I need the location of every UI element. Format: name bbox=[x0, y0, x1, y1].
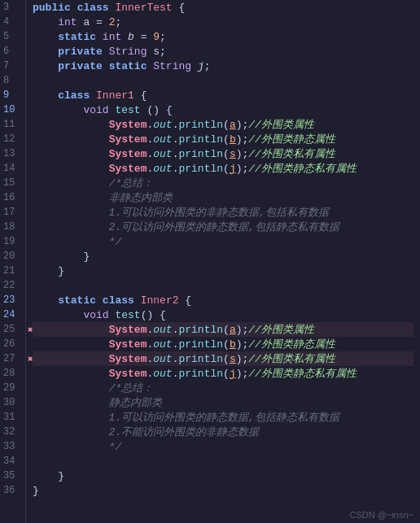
token-punct: { bbox=[178, 294, 191, 307]
code-line-7: private static String j; bbox=[33, 59, 413, 73]
token-punct bbox=[33, 119, 109, 131]
token-kw: public bbox=[33, 2, 71, 14]
token-paren-arg: j bbox=[230, 368, 236, 380]
code-editor: 345678⊖9⊖10111213141516171819202122⊖23⊖2… bbox=[0, 0, 420, 523]
token-punct bbox=[33, 177, 109, 190]
line-number-35: 35 bbox=[3, 469, 19, 483]
line-number-36: 36 bbox=[3, 483, 19, 498]
token-method: println bbox=[178, 133, 223, 146]
token-punct: ); bbox=[236, 324, 249, 336]
token-sys: System bbox=[109, 133, 147, 146]
code-line-10: void test () { bbox=[33, 102, 413, 117]
token-punct bbox=[103, 46, 109, 58]
line-number-25: 25 bbox=[3, 322, 19, 337]
token-method: println bbox=[178, 148, 223, 160]
token-comment-zh: //外围类私有属性 bbox=[248, 351, 335, 366]
token-comment-zh: //外围类静态属性 bbox=[248, 337, 335, 351]
token-punct bbox=[33, 338, 109, 351]
token-sys: System bbox=[109, 368, 147, 380]
token-punct: ); bbox=[236, 148, 249, 160]
token-comment: /*总结： bbox=[109, 381, 154, 395]
line-number-33: 33 bbox=[3, 439, 19, 454]
token-var-italic: b bbox=[128, 31, 134, 43]
token-comment: 1.可以访问外围类的静态数据,包括静态私有数据 bbox=[33, 410, 339, 425]
token-punct bbox=[147, 60, 153, 72]
token-punct: . bbox=[147, 368, 153, 380]
token-punct: . bbox=[147, 324, 153, 336]
code-line-17: 1.可以访问外围类的非静态数据,包括私有数据 bbox=[33, 205, 413, 220]
code-line-26: System.out.println(b);//外围类静态属性 bbox=[33, 337, 413, 351]
token-cn: InnerTest bbox=[115, 2, 172, 14]
token-kw: static bbox=[58, 31, 96, 43]
token-punct bbox=[191, 60, 198, 72]
code-line-5: static int b = 9; bbox=[33, 29, 413, 44]
token-cn: Inner2 bbox=[141, 294, 179, 307]
token-out: out bbox=[153, 133, 172, 146]
token-comment: 非静态内部类 bbox=[33, 190, 173, 205]
code-line-21: } bbox=[33, 264, 413, 278]
line-number-7: 7 bbox=[3, 59, 19, 73]
token-punct bbox=[90, 89, 96, 102]
token-sys: System bbox=[109, 353, 147, 365]
token-punct: . bbox=[147, 133, 153, 146]
token-punct: . bbox=[173, 148, 179, 160]
token-kw2: String bbox=[109, 46, 147, 58]
token-punct: ( bbox=[223, 119, 230, 131]
token-punct: . bbox=[147, 338, 153, 351]
token-cn: Inner1 bbox=[96, 89, 134, 102]
token-punct: } bbox=[33, 470, 64, 482]
token-method: test bbox=[115, 104, 140, 116]
code-content: public class InnerTest { int a = 2; stat… bbox=[26, 0, 420, 523]
token-punct bbox=[134, 294, 141, 307]
token-punct bbox=[33, 382, 109, 394]
token-punct: { bbox=[134, 89, 147, 102]
line-number-11: 11 bbox=[3, 117, 19, 132]
token-punct: ( bbox=[223, 368, 230, 380]
token-method: println bbox=[178, 338, 223, 351]
line-number-4: 4 bbox=[3, 15, 19, 29]
token-punct bbox=[33, 368, 109, 380]
token-paren-arg: s bbox=[230, 353, 236, 365]
token-comment-zh: //外围类私有属性 bbox=[248, 146, 335, 161]
token-sys: System bbox=[109, 119, 147, 131]
token-punct: ; bbox=[204, 60, 211, 72]
token-punct: . bbox=[173, 119, 179, 131]
token-kw2: void bbox=[83, 309, 108, 321]
token-punct: . bbox=[173, 324, 179, 336]
token-kw2: String bbox=[153, 60, 191, 72]
token-out: out bbox=[153, 338, 172, 351]
code-line-36: } bbox=[33, 483, 413, 498]
code-line-32: 2.不能访问外围类的非静态数据 bbox=[33, 425, 413, 439]
token-punct bbox=[33, 31, 58, 43]
token-sys: System bbox=[109, 338, 147, 351]
code-line-30: 静态内部类 bbox=[33, 395, 413, 410]
code-line-25: ✖ System.out.println(a);//外围类属性 bbox=[33, 322, 413, 337]
line-number-12: 12 bbox=[3, 132, 19, 146]
code-line-8 bbox=[33, 73, 413, 88]
code-line-15: /*总结： bbox=[33, 176, 413, 190]
code-line-9: class Inner1 { bbox=[33, 88, 413, 102]
token-comment-zh: //外围类静态私有属性 bbox=[248, 366, 357, 381]
line-number-17: 17 bbox=[3, 205, 19, 220]
code-line-20: } bbox=[33, 249, 413, 264]
token-kw: private bbox=[58, 60, 103, 72]
token-punct: ( bbox=[223, 148, 230, 160]
token-punct bbox=[33, 148, 109, 160]
line-number-19: 19 bbox=[3, 234, 19, 249]
token-punct: ( bbox=[223, 133, 230, 146]
token-comment: 静态内部类 bbox=[33, 395, 162, 410]
token-comment: */ bbox=[33, 236, 121, 248]
token-out: out bbox=[153, 368, 172, 380]
token-comment-zh: //外围类静态私有属性 bbox=[248, 161, 357, 176]
line-number-30: 30 bbox=[3, 395, 19, 410]
line-number-27: 27 bbox=[3, 351, 19, 366]
token-kw: class bbox=[103, 294, 134, 307]
token-punct: . bbox=[147, 148, 153, 160]
token-punct: ); bbox=[236, 163, 249, 175]
code-line-24: void test() { bbox=[33, 307, 413, 322]
token-kw: static bbox=[58, 294, 96, 307]
token-punct: ; bbox=[160, 31, 166, 43]
token-var-italic: j bbox=[198, 60, 204, 72]
token-punct: . bbox=[173, 133, 179, 146]
token-method: test bbox=[115, 309, 140, 321]
